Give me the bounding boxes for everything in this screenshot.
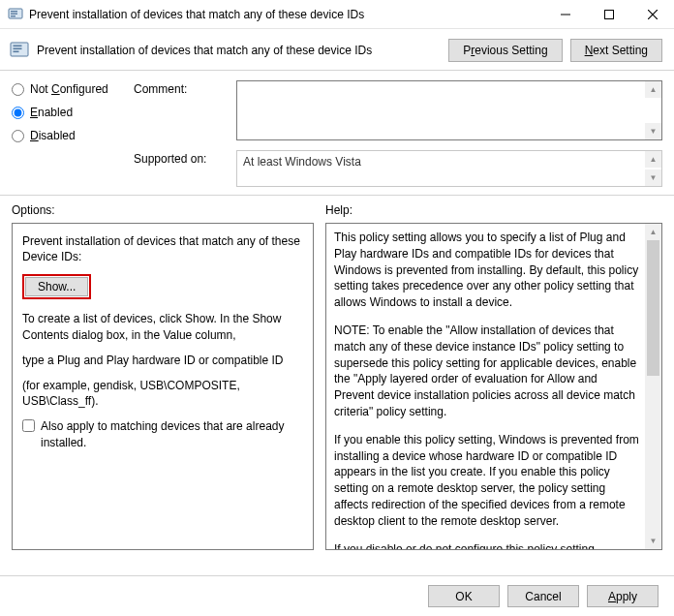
radio-disabled-input[interactable] [12,130,24,142]
options-panel: Prevent installation of devices that mat… [12,223,314,550]
svg-rect-5 [604,10,613,18]
ok-button[interactable]: OK [428,585,500,607]
policy-header: Prevent installation of devices that mat… [0,29,674,71]
options-instr-3: (for example, gendisk, USB\COMPOSITE, US… [22,378,303,409]
panels: Prevent installation of devices that mat… [0,223,674,550]
comment-label: Comment: [134,80,227,96]
scrollbar-thumb[interactable] [647,240,659,376]
comment-textarea[interactable]: ▲ ▼ [236,80,662,140]
scroll-down-icon[interactable]: ▼ [645,169,661,186]
scroll-up-icon[interactable]: ▲ [645,81,661,98]
options-instr-1: To create a list of devices, click Show.… [22,311,303,342]
window-controls [543,0,674,28]
options-instr-2: type a Plug and Play hardware ID or comp… [22,353,303,368]
options-heading: Prevent installation of devices that mat… [22,233,303,264]
apply-button[interactable]: Apply [587,585,659,607]
comment-scrollbar[interactable]: ▲ ▼ [645,81,661,139]
help-scrollbar[interactable]: ▲ ▼ [645,224,661,549]
radio-disabled-label: Disabled [30,129,76,142]
help-panel: This policy setting allows you to specif… [325,223,662,550]
svg-rect-1 [11,11,17,12]
scroll-down-icon[interactable]: ▼ [645,123,661,139]
scroll-up-icon[interactable]: ▲ [645,224,661,240]
radio-not-configured[interactable]: Not Configured [12,82,118,96]
svg-rect-10 [14,48,22,50]
policy-icon [10,41,29,60]
help-p2: NOTE: To enable the "Allow installation … [334,323,639,420]
dialog-footer: OK Cancel Apply [0,575,674,616]
scroll-down-icon[interactable]: ▼ [645,533,661,549]
radio-not-configured-label: Not Configured [30,82,108,96]
help-p1: This policy setting allows you to specif… [334,230,639,311]
svg-rect-9 [14,46,22,47]
help-p4: If you disable or do not configure this … [334,541,639,549]
svg-rect-2 [11,13,17,14]
radio-enabled-input[interactable] [12,107,24,119]
scrollbar-track[interactable] [645,240,661,533]
scroll-up-icon[interactable]: ▲ [645,151,661,168]
help-label: Help: [325,203,352,217]
show-button-highlight: Show... [22,274,91,299]
previous-setting-button[interactable]: Previous Setting [448,39,562,62]
app-icon [8,7,23,22]
supported-on-value: At least Windows Vista [243,155,361,169]
titlebar: Prevent installation of devices that mat… [0,0,674,29]
next-setting-button[interactable]: Next Setting [570,39,662,62]
cancel-button[interactable]: Cancel [507,585,579,607]
radio-not-configured-input[interactable] [12,83,24,96]
show-button[interactable]: Show... [25,277,88,296]
radio-disabled[interactable]: Disabled [12,129,118,142]
section-labels: Options: Help: [0,196,674,223]
also-apply-label: Also apply to matching devices that are … [41,418,303,449]
config-area: Not Configured Enabled Disabled Comment:… [0,71,674,196]
radio-enabled[interactable]: Enabled [12,106,118,119]
help-text: This policy setting allows you to specif… [326,224,645,549]
also-apply-row[interactable]: Also apply to matching devices that are … [22,418,303,449]
also-apply-checkbox[interactable] [22,419,35,432]
help-p3: If you enable this policy setting, Windo… [334,432,639,530]
policy-name: Prevent installation of devices that mat… [37,44,441,57]
window-title: Prevent installation of devices that mat… [29,8,543,21]
svg-rect-11 [14,51,19,53]
state-radio-group: Not Configured Enabled Disabled [12,80,118,187]
minimize-button[interactable] [543,0,587,28]
options-label: Options: [12,203,325,217]
svg-rect-3 [11,15,15,16]
close-button[interactable] [630,0,674,28]
supported-scrollbar[interactable]: ▲ ▼ [645,151,661,186]
radio-enabled-label: Enabled [30,106,73,119]
supported-on-field: At least Windows Vista ▲ ▼ [236,150,662,187]
maximize-button[interactable] [587,0,630,28]
supported-label: Supported on: [134,150,227,166]
fields-grid: Comment: ▲ ▼ Supported on: At least Wind… [134,80,662,187]
